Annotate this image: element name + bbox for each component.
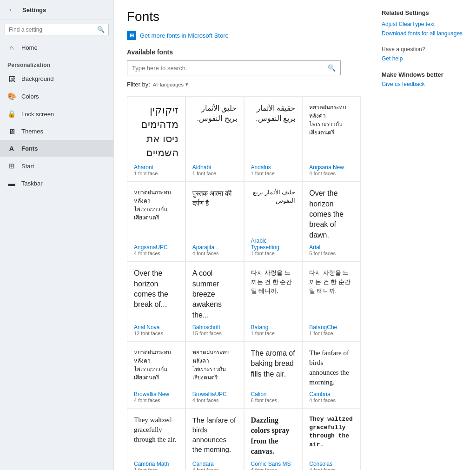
- font-name[interactable]: Cambria: [309, 391, 354, 397]
- font-name[interactable]: Angsana New: [309, 164, 354, 171]
- sidebar-item-themes[interactable]: 🖥 Themes: [0, 123, 113, 140]
- font-preview: זיקוקין מדהימיםניסו את השמיים: [134, 103, 178, 160]
- font-faces: 4 font faces: [251, 467, 296, 470]
- font-faces: 4 font faces: [309, 171, 354, 176]
- feedback-link[interactable]: Give us feedback: [382, 81, 469, 87]
- sidebar-item-lock-screen[interactable]: 🔒 Lock screen: [0, 105, 113, 123]
- font-card-batang[interactable]: 다시 사랑을 느끼는 건 한 순간일 테니까. Batang 1 font fa…: [244, 261, 303, 341]
- font-card-browallia-upc[interactable]: หยาดฝนกระทบหลังคาไพเราะราวกับเสียงดนตรี …: [185, 341, 244, 408]
- font-card-candara[interactable]: The fanfare of birds announces the morni…: [185, 408, 244, 470]
- related-settings-section: Related Settings Adjust ClearType text D…: [382, 9, 469, 37]
- font-card-arial-nova[interactable]: Over the horizon comes the break of... A…: [127, 261, 185, 341]
- font-card-calibri[interactable]: The aroma of baking bread fills the air.…: [244, 341, 303, 408]
- ms-store-link[interactable]: Get more fonts in Microsoft Store: [140, 32, 229, 39]
- ms-store-link-row: ⊞ Get more fonts in Microsoft Store: [127, 31, 361, 40]
- font-search-box[interactable]: 🔍: [127, 60, 341, 75]
- font-preview: 다시 사랑을 느끼는 건 한 순간일 테니까.: [251, 268, 296, 320]
- home-icon: ⌂: [7, 44, 16, 52]
- search-input[interactable]: [9, 26, 97, 33]
- search-icon: 🔍: [97, 26, 105, 33]
- font-faces: 4 font faces: [309, 397, 354, 403]
- font-preview: 다시 사랑을 느끼는 건 한 순간일 테니까.: [309, 268, 354, 320]
- font-card-angsana-new[interactable]: หยาดฝนกระทบหลังคาไพเราะราวกับเสียงดนตรี …: [302, 96, 361, 181]
- font-search-icon: 🔍: [323, 61, 340, 75]
- font-name[interactable]: Andalus: [251, 164, 296, 171]
- font-card-aparajita[interactable]: पुस्तक आत्मा कीदर्पण है Aparajita 4 font…: [185, 181, 244, 261]
- font-card-arabic-typesetting[interactable]: حليف الأثمار بريع النفوس Arabic Typesett…: [244, 181, 303, 261]
- font-name[interactable]: AngsanaUPC: [134, 244, 178, 251]
- get-help-link[interactable]: Get help: [382, 55, 469, 62]
- font-name[interactable]: BrowalliaUPC: [192, 391, 237, 397]
- sidebar-item-background-label: Background: [21, 75, 53, 82]
- chevron-down-icon: ▾: [185, 81, 188, 87]
- font-preview: The fanfare of birds announces the morni…: [309, 348, 354, 387]
- font-card-arial[interactable]: Over the horizon comes the break of dawn…: [302, 181, 361, 261]
- font-name[interactable]: Arial Nova: [134, 324, 178, 331]
- sidebar-item-colors[interactable]: 🎨 Colors: [0, 87, 113, 105]
- sidebar-item-background[interactable]: 🖼 Background: [0, 70, 113, 87]
- font-preview: A cool summer breeze awakens the...: [192, 268, 237, 320]
- sidebar-item-fonts[interactable]: A Fonts: [0, 140, 113, 157]
- font-card-andalus[interactable]: حقيقة الأثمار بريع النفوس. Andalus 1 fon…: [244, 96, 303, 181]
- filter-dropdown[interactable]: All languages ▾: [153, 81, 188, 87]
- font-preview: पुस्तक आत्मा कीदर्पण है: [192, 188, 237, 240]
- font-preview: หยาดฝนกระทบหลังคาไพเราะราวกับเสียงดนตรี: [309, 103, 354, 160]
- font-card-bahnschrift[interactable]: A cool summer breeze awakens the... Bahn…: [185, 261, 244, 341]
- font-name[interactable]: Cambria Math: [134, 461, 178, 467]
- filter-label: Filter by:: [127, 81, 150, 88]
- font-faces: 1 font face: [134, 171, 178, 176]
- font-name[interactable]: BatangChe: [309, 324, 354, 331]
- font-preview: The fanfare of birds announces the morni…: [192, 415, 237, 457]
- font-faces: 1 font face: [192, 171, 237, 176]
- font-card-batangche[interactable]: 다시 사랑을 느끼는 건 한 순간일 테니까. BatangChe 1 font…: [302, 261, 361, 341]
- font-name[interactable]: Bahnschrift: [192, 324, 237, 331]
- font-faces: 4 font faces: [192, 397, 237, 403]
- taskbar-icon: ▬: [7, 179, 16, 187]
- settings-search-box[interactable]: 🔍: [5, 24, 109, 35]
- font-faces: 4 font faces: [309, 467, 354, 470]
- font-name[interactable]: Aparajita: [192, 244, 237, 251]
- font-name[interactable]: Consolas: [309, 461, 354, 467]
- themes-icon: 🖥: [7, 127, 16, 135]
- font-card-aldhabi[interactable]: حليق الأثمار بريح النفوس. Aldhabi 1 font…: [185, 96, 244, 181]
- font-name[interactable]: Arabic Typesetting: [251, 238, 296, 251]
- font-preview: حقيقة الأثمار بريع النفوس.: [251, 103, 296, 160]
- nav-home[interactable]: ⌂ Home: [0, 39, 113, 56]
- available-fonts-label: Available fonts: [127, 48, 361, 56]
- font-name[interactable]: Batang: [251, 324, 296, 331]
- download-fonts-link[interactable]: Download fonts for all languages: [382, 30, 469, 37]
- sidebar-item-themes-label: Themes: [21, 128, 43, 135]
- cleartype-link[interactable]: Adjust ClearType text: [382, 21, 469, 27]
- sidebar-item-taskbar[interactable]: ▬ Taskbar: [0, 175, 113, 192]
- font-name[interactable]: Browallia New: [134, 391, 178, 397]
- font-name[interactable]: Aldhabi: [192, 164, 237, 171]
- lock-icon: 🔒: [7, 110, 16, 118]
- font-faces: 6 font faces: [251, 397, 296, 403]
- font-card-comic-sans[interactable]: Dazzling colors spray from the canvas. C…: [244, 408, 303, 470]
- font-card-angsana-upc[interactable]: หยาดฝนกระทบหลังคาไพเราะราวกับเสียงดนตรี …: [127, 181, 185, 261]
- font-search-input[interactable]: [127, 61, 323, 75]
- font-card-consolas[interactable]: They waltzed gracefully through the air.…: [302, 408, 361, 470]
- sidebar-item-start[interactable]: ⊞ Start: [0, 157, 113, 175]
- nav-home-label: Home: [21, 44, 38, 51]
- font-faces: 1 font face: [251, 331, 296, 336]
- font-card-cambria[interactable]: The fanfare of birds announces the morni…: [302, 341, 361, 408]
- font-name[interactable]: Calibri: [251, 391, 296, 397]
- background-icon: 🖼: [7, 75, 16, 83]
- font-card-cambria-math[interactable]: They waltzed gracefully through the air.…: [127, 408, 185, 470]
- make-windows-section: Make Windows better Give us feedback: [382, 71, 469, 87]
- back-button[interactable]: ←: [6, 5, 19, 15]
- font-name[interactable]: Aharoni: [134, 164, 178, 171]
- start-icon: ⊞: [7, 162, 16, 170]
- page-title: Fonts: [127, 9, 361, 24]
- font-faces: 1 font face: [134, 467, 178, 470]
- ms-store-icon: ⊞: [127, 31, 136, 40]
- font-name[interactable]: Arial: [309, 244, 354, 251]
- font-preview: They waltzed gracefully through the air.: [134, 415, 178, 457]
- font-name[interactable]: Candara: [192, 461, 237, 467]
- main-content: Fonts ⊞ Get more fonts in Microsoft Stor…: [114, 0, 374, 470]
- filter-value: All languages: [153, 82, 184, 87]
- font-card-browallia-new[interactable]: หยาดฝนกระทบหลังคาไพเราะราวกับเสียงดนตรี …: [127, 341, 185, 408]
- font-card-aharoni[interactable]: זיקוקין מדהימיםניסו את השמיים Aharoni 1 …: [127, 96, 185, 181]
- font-name[interactable]: Comic Sans MS: [251, 461, 296, 467]
